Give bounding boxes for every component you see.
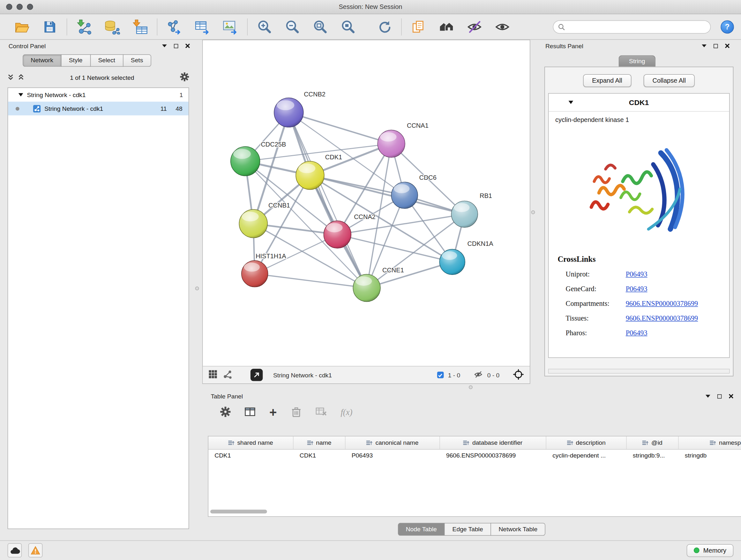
network-collection-row[interactable]: String Network - cdk1 1 <box>8 88 189 102</box>
panel-float-icon[interactable] <box>714 44 718 48</box>
tab-network[interactable]: Network <box>23 54 61 67</box>
results-panel-header: Results Panel <box>537 40 737 52</box>
crosslink-link[interactable]: P06493 <box>626 285 648 293</box>
hidden-eye-icon[interactable] <box>474 370 483 380</box>
sort-icon <box>710 440 716 446</box>
open-session-button[interactable] <box>12 17 31 36</box>
delete-column-button[interactable] <box>290 406 302 419</box>
column-header-namespace[interactable]: namespace <box>679 436 741 449</box>
delete-table-button[interactable] <box>316 407 327 418</box>
pan-tool-button[interactable] <box>513 368 524 381</box>
zoom-selected-button[interactable] <box>339 17 358 36</box>
launch-view-button[interactable] <box>251 369 263 381</box>
panel-float-icon[interactable] <box>174 44 178 48</box>
new-network-from-selection-button[interactable] <box>165 17 184 36</box>
zoom-fit-button[interactable] <box>311 17 330 36</box>
expand-all-button[interactable] <box>18 73 24 81</box>
search-input[interactable] <box>568 23 705 30</box>
network-node-CCNE1[interactable]: CCNE1 <box>353 266 404 302</box>
crosslink-link[interactable]: 9606.ENSP00000378699 <box>626 314 698 322</box>
network-edge-CCNB2-CCNA1[interactable] <box>289 112 391 144</box>
splitter-handle[interactable] <box>531 210 535 214</box>
splitter-handle[interactable] <box>469 385 473 389</box>
export-table-button[interactable] <box>193 17 212 36</box>
network-options-button[interactable] <box>180 72 189 83</box>
tab-network-table[interactable]: Network Table <box>490 523 545 536</box>
tab-style[interactable]: Style <box>61 54 91 67</box>
network-node-CDKN1A[interactable]: CDKN1A <box>440 240 493 274</box>
column-header--id[interactable]: @id <box>627 436 679 449</box>
save-session-button[interactable] <box>40 17 59 36</box>
birdseye-view-button[interactable] <box>208 370 217 380</box>
tab-node-table[interactable]: Node Table <box>398 523 445 536</box>
section-collapse-icon[interactable] <box>568 101 573 104</box>
show-graphics-details-button[interactable] <box>493 17 512 36</box>
protein-section-header[interactable]: CDK1 <box>549 94 729 111</box>
tab-string[interactable]: String <box>618 55 656 67</box>
import-network-from-database-button[interactable] <box>103 17 121 36</box>
table-cell: P06493 <box>346 449 440 462</box>
network-canvas[interactable]: CCNB2CCNA1CDC25BCDK1CDC6RB1CCNB1CCNA2CDK… <box>203 40 530 366</box>
network-node-CCNA1[interactable]: CCNA1 <box>378 122 428 158</box>
memory-button[interactable]: Memory <box>687 544 733 557</box>
tab-sets[interactable]: Sets <box>123 54 151 67</box>
network-edge-HIST1H1A-CCNE1[interactable] <box>255 273 367 288</box>
function-builder-button[interactable]: f(x) <box>340 408 352 417</box>
refresh-network-view-button[interactable] <box>375 17 394 36</box>
zoom-in-button[interactable] <box>255 17 274 36</box>
import-table-from-file-button[interactable] <box>131 17 149 36</box>
network-node-CDK1[interactable]: CDK1 <box>296 153 342 190</box>
home-button[interactable] <box>437 17 456 36</box>
refresh-icon <box>377 19 392 34</box>
network-edge-CDK1-RB1[interactable] <box>310 175 464 214</box>
panel-close-icon[interactable] <box>725 43 730 50</box>
panel-menu-icon[interactable] <box>705 395 711 398</box>
show-columns-button[interactable] <box>245 407 256 418</box>
panel-menu-icon[interactable] <box>702 44 706 47</box>
minimize-window-button[interactable] <box>17 4 23 10</box>
collection-collapse-icon[interactable] <box>18 93 23 97</box>
help-button[interactable]: ? <box>721 20 734 33</box>
eye-slash-icon <box>467 19 482 34</box>
network-node-CCNB1[interactable]: CCNB1 <box>239 202 290 238</box>
network-row[interactable]: String Network - cdk1 11 48 <box>8 102 189 115</box>
copy-annotations-button[interactable] <box>409 17 428 36</box>
import-network-from-file-button[interactable] <box>75 17 93 36</box>
collapse-all-button[interactable] <box>8 73 14 81</box>
zoom-window-button[interactable] <box>27 4 33 10</box>
zoom-out-button[interactable] <box>283 17 302 36</box>
selected-checkbox-icon[interactable] <box>437 372 444 378</box>
close-window-button[interactable] <box>6 4 12 10</box>
panel-close-icon[interactable] <box>185 43 190 50</box>
column-header-shared-name[interactable]: shared name <box>208 436 293 449</box>
column-header-name[interactable]: name <box>293 436 346 449</box>
crosslink-link[interactable]: P06493 <box>626 270 648 278</box>
network-node-HIST1H1A[interactable]: HIST1H1A <box>242 253 286 287</box>
expand-all-results-button[interactable]: Expand All <box>583 74 631 87</box>
table-horizontal-scrollbar[interactable] <box>210 509 267 513</box>
hide-graphics-details-button[interactable] <box>465 17 484 36</box>
cloud-status-button[interactable] <box>8 543 22 557</box>
collapse-all-results-button[interactable]: Collapse All <box>643 74 695 87</box>
crosslink-link[interactable]: 9606.ENSP00000378699 <box>626 300 698 308</box>
table-options-button[interactable] <box>220 407 231 418</box>
network-node-RB1[interactable]: RB1 <box>451 192 492 227</box>
table-row[interactable]: CDK1CDK1P064939606.ENSP00000378699cyclin… <box>208 449 741 462</box>
control-panel: Control Panel NetworkStyleSelectSets 1 o… <box>0 40 198 540</box>
tab-select[interactable]: Select <box>90 54 123 67</box>
network-overview-button[interactable] <box>223 369 232 380</box>
results-scrollbar[interactable] <box>548 369 730 374</box>
column-header-description[interactable]: description <box>546 436 627 449</box>
column-header-database-identifier[interactable]: database identifier <box>440 436 546 449</box>
splitter-handle[interactable] <box>195 287 199 290</box>
panel-close-icon[interactable] <box>729 393 733 400</box>
crosslink-link[interactable]: P06493 <box>626 329 648 337</box>
network-edge-CCNB2-CCNE1[interactable] <box>289 112 367 288</box>
panel-menu-icon[interactable] <box>162 44 167 47</box>
panel-float-icon[interactable] <box>718 394 722 398</box>
tab-edge-table[interactable]: Edge Table <box>444 523 491 536</box>
notifications-button[interactable] <box>28 543 43 557</box>
column-header-canonical-name[interactable]: canonical name <box>346 436 440 449</box>
export-image-button[interactable] <box>221 17 240 36</box>
add-column-button[interactable]: + <box>269 407 277 418</box>
